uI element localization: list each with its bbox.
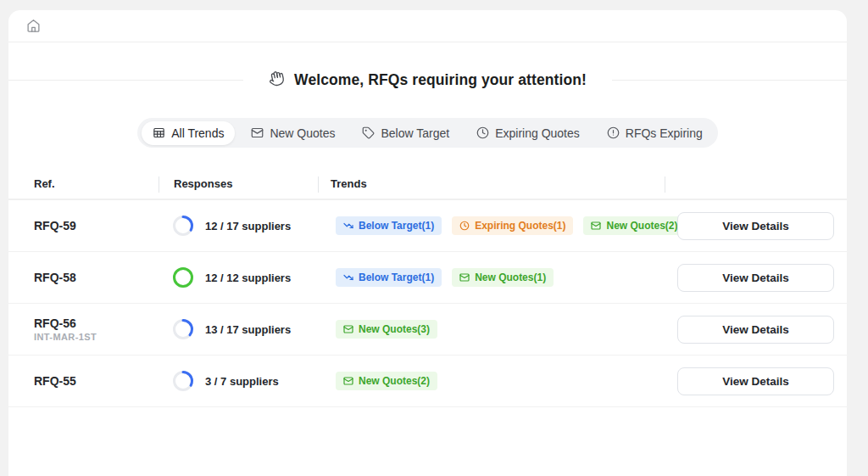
home-icon[interactable] <box>25 18 42 35</box>
alert-circle-icon <box>607 126 620 139</box>
tab-all-trends[interactable]: All Trends <box>142 121 235 145</box>
new-quotes-badge: New Quotes(2) <box>336 372 437 390</box>
rfq-ref: RFQ-58 <box>34 271 159 284</box>
mail-icon <box>343 376 353 386</box>
progress-ring <box>172 370 194 392</box>
below-target-badge: Below Target(1) <box>336 268 442 287</box>
trend-filter-tabs: All Trends New Quotes Below Target Expir… <box>8 118 847 148</box>
responses-text: 3 / 7 suppliers <box>205 375 279 388</box>
page-title: Welcome, RFQs requiring your attention! <box>294 71 587 89</box>
trending-down-icon <box>343 272 353 283</box>
table-row: RFQ-59 12 / 17 suppliers Below Target(1)… <box>8 200 847 252</box>
tab-label: Expiring Quotes <box>495 126 580 140</box>
tab-label: RFQs Expiring <box>626 126 703 140</box>
table-header: Ref. Responses Trends <box>8 169 847 200</box>
tab-new-quotes[interactable]: New Quotes <box>240 121 346 145</box>
top-bar <box>8 10 847 42</box>
below-target-badge: Below Target(1) <box>336 216 442 235</box>
rfq-ref: RFQ-59 <box>34 219 159 232</box>
responses-text: 13 / 17 suppliers <box>205 323 291 336</box>
badge-label: Below Target(1) <box>359 272 434 283</box>
expiring-quotes-badge: Expiring Quotes(1) <box>452 216 573 235</box>
rfq-table: Ref. Responses Trends RFQ-59 12 / 17 sup… <box>8 169 847 407</box>
responses-text: 12 / 17 suppliers <box>205 220 291 232</box>
mail-icon <box>251 126 264 139</box>
badge-label: New Quotes(3) <box>359 323 430 335</box>
progress-ring <box>172 215 194 237</box>
badge-label: Below Target(1) <box>359 220 434 232</box>
view-details-button[interactable]: View Details <box>677 367 834 395</box>
table-row: RFQ-55 3 / 7 suppliers New Quotes(2) Vie… <box>8 356 847 407</box>
tag-icon <box>362 126 375 139</box>
rfq-ref: RFQ-56 <box>34 316 159 330</box>
new-quotes-badge: New Quotes(3) <box>336 320 437 339</box>
table-icon <box>153 126 165 139</box>
tab-label: Below Target <box>381 126 449 140</box>
column-header-ref: Ref. <box>8 169 159 199</box>
mail-icon <box>459 272 470 283</box>
badge-label: Expiring Quotes(1) <box>475 220 565 232</box>
column-header-responses: Responses <box>159 169 318 199</box>
mail-icon <box>591 221 601 231</box>
table-row: RFQ-56 INT-MAR-1ST 13 / 17 suppliers New… <box>8 304 847 356</box>
tab-below-target[interactable]: Below Target <box>351 121 460 145</box>
divider-left <box>8 80 243 81</box>
responses-text: 12 / 12 suppliers <box>205 272 291 284</box>
main-card: Welcome, RFQs requiring your attention! … <box>8 10 847 476</box>
badge-label: New Quotes(1) <box>475 272 546 283</box>
mail-icon <box>343 324 353 334</box>
waving-hand-icon <box>267 69 287 91</box>
tab-label: All Trends <box>171 126 224 140</box>
trending-down-icon <box>343 221 353 231</box>
column-header-actions <box>665 169 847 199</box>
view-details-button[interactable]: View Details <box>677 264 834 292</box>
view-details-button[interactable]: View Details <box>677 212 834 240</box>
badge-label: New Quotes(2) <box>359 375 430 387</box>
progress-ring <box>172 318 194 340</box>
progress-ring <box>172 266 194 288</box>
table-row: RFQ-58 12 / 12 suppliers Below Target(1)… <box>8 252 847 304</box>
rfq-ref: RFQ-55 <box>34 374 159 388</box>
clock-icon <box>459 221 470 231</box>
tab-label: New Quotes <box>270 126 335 140</box>
tab-expiring-quotes[interactable]: Expiring Quotes <box>465 121 591 145</box>
page-header: Welcome, RFQs requiring your attention! <box>8 70 847 90</box>
clock-icon <box>476 126 489 139</box>
column-header-trends: Trends <box>318 169 665 199</box>
view-details-button[interactable]: View Details <box>677 316 834 344</box>
divider-right <box>612 80 847 81</box>
rfq-subref: INT-MAR-1ST <box>34 332 159 342</box>
new-quotes-badge: New Quotes(1) <box>452 268 554 287</box>
tab-rfqs-expiring[interactable]: RFQs Expiring <box>596 121 714 145</box>
